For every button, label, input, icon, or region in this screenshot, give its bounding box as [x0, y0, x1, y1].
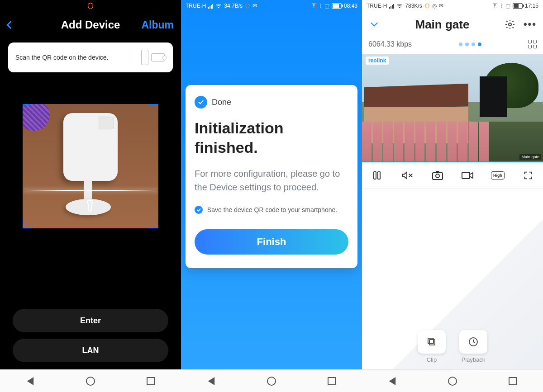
svg-point-2 [399, 7, 400, 8]
lan-button[interactable]: LAN [13, 339, 168, 362]
nav-back-button[interactable] [379, 373, 406, 389]
svg-rect-4 [374, 172, 376, 179]
svg-point-3 [509, 23, 511, 26]
mute-button[interactable] [400, 169, 414, 182]
page-title: Add Device [61, 19, 120, 31]
android-nav-bar [0, 369, 181, 392]
brand-watermark: reolink [366, 57, 389, 65]
nav-back-button[interactable] [17, 373, 44, 389]
heading: Initialization finished. [195, 118, 348, 157]
android-nav-bar [181, 369, 362, 392]
screen-init-finished: TRUE-H 34.7B/s ✉ ⚿ ᛒ ⬚ 08:43 Done [181, 0, 362, 392]
settings-button[interactable] [505, 19, 515, 30]
clock: 08:43 [344, 3, 357, 9]
bluetooth-icon: ᛒ [500, 3, 503, 9]
svg-rect-10 [462, 172, 470, 179]
key-icon: ⚿ [311, 3, 317, 9]
notif-icon: ✉ [252, 3, 257, 9]
battery-icon [332, 3, 342, 9]
data-rate: 34.7B/s [224, 3, 243, 9]
save-qr-checkbox[interactable]: Save the device QR code to your smartpho… [195, 206, 348, 214]
shield-icon [424, 3, 430, 9]
screen-live-view: TRUE-H 783K/s ◎ ✉ ⚿ ᛒ ⬚ 17:15 Main gate [362, 0, 543, 392]
wifi-icon [215, 3, 222, 9]
status-bar: TRUE-H 783K/s ◎ ✉ ⚿ ᛒ ⬚ 17:15 [362, 0, 543, 12]
completion-card: Done Initialization finished. For more c… [186, 85, 357, 268]
nav-recent-button[interactable] [137, 373, 164, 389]
svg-rect-11 [429, 340, 435, 345]
fullscreen-button[interactable] [521, 169, 535, 182]
status-bar [0, 0, 181, 12]
clip-label: Clip [427, 356, 437, 363]
screen-add-device: Add Device Album Scan the QR code on the… [0, 0, 181, 392]
camera-preview [23, 104, 158, 228]
carrier-label: TRUE-H [186, 3, 206, 9]
vibrate-icon: ⬚ [505, 3, 510, 9]
enter-button[interactable]: Enter [13, 309, 168, 332]
camera-header: Main gate ••• [362, 12, 543, 37]
data-rate: 783K/s [405, 3, 422, 9]
status-bar: TRUE-H 34.7B/s ✉ ⚿ ᛒ ⬚ 08:43 [181, 0, 362, 12]
live-video[interactable]: reolink Main gate [362, 54, 543, 162]
scan-hint-card: Scan the QR code on the device. [8, 43, 173, 72]
nav-recent-button[interactable] [318, 373, 345, 389]
nav-home-button[interactable] [439, 373, 466, 389]
svg-point-1 [218, 7, 219, 8]
back-button[interactable] [5, 20, 14, 30]
signal-icon [389, 3, 394, 9]
flashlight-icon[interactable] [85, 199, 95, 213]
bluetooth-icon: ᛒ [319, 3, 322, 9]
nav-recent-button[interactable] [499, 373, 526, 389]
quality-button[interactable]: High [491, 171, 505, 179]
vibrate-icon: ⬚ [324, 3, 329, 9]
playback-button[interactable] [459, 330, 487, 354]
battery-icon [513, 3, 523, 9]
camera-name: Main gate [415, 18, 469, 32]
clip-button[interactable] [418, 330, 446, 354]
pause-button[interactable] [370, 169, 384, 182]
snapshot-button[interactable] [431, 169, 444, 182]
notif-icon-2: ✉ [439, 3, 443, 9]
subtitle: For more configuration, please go to the… [195, 167, 348, 194]
notif-icon: ◎ [432, 3, 437, 9]
svg-rect-12 [428, 338, 433, 344]
record-button[interactable] [461, 169, 474, 182]
carrier-label: TRUE-H [367, 3, 387, 9]
layout-grid-button[interactable] [528, 40, 537, 48]
wifi-icon [396, 3, 403, 9]
clock: 17:15 [525, 3, 538, 9]
album-link[interactable]: Album [141, 19, 174, 31]
info-row: 6064.33 kbps [362, 37, 543, 54]
key-icon: ⚿ [492, 3, 498, 9]
video-label: Main gate [519, 154, 541, 160]
page-dots [459, 43, 481, 46]
android-nav-bar [362, 369, 543, 392]
nav-home-button[interactable] [258, 373, 285, 389]
playback-label: Playback [462, 356, 486, 363]
save-qr-label: Save the device QR code to your smartpho… [207, 206, 337, 213]
signal-icon [208, 3, 213, 9]
svg-rect-5 [378, 172, 380, 179]
svg-point-9 [436, 174, 439, 178]
done-label: Done [212, 98, 231, 107]
check-icon [195, 96, 207, 109]
video-toolbar: High [362, 162, 543, 189]
workspace-area: Clip Playback [362, 189, 543, 392]
app-header: Add Device Album [0, 12, 181, 38]
bitrate-label: 6064.33 kbps [368, 40, 412, 48]
scan-illustration [138, 49, 166, 66]
nav-home-button[interactable] [77, 373, 104, 389]
qr-scan-viewport [0, 77, 181, 309]
shield-icon [245, 3, 250, 9]
back-button[interactable] [368, 20, 380, 29]
finish-button[interactable]: Finish [195, 229, 348, 255]
shield-icon [87, 2, 94, 9]
scan-hint-text: Scan the QR code on the device. [15, 54, 108, 61]
scan-line [23, 190, 158, 191]
more-button[interactable]: ••• [524, 19, 537, 30]
nav-back-button[interactable] [198, 373, 225, 389]
